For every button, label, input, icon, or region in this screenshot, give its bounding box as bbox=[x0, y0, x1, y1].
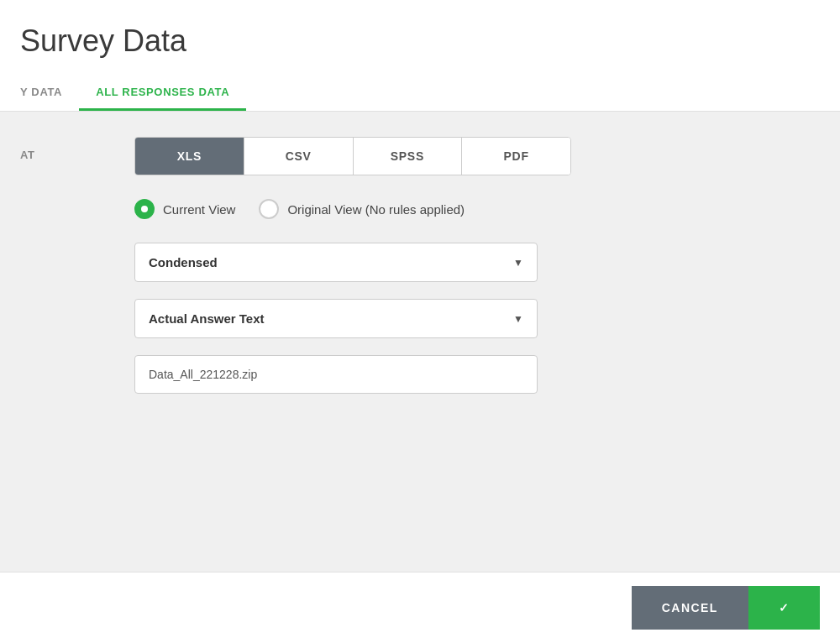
format-spss-button[interactable]: SPSS bbox=[354, 138, 463, 175]
confirm-button[interactable]: ✓ bbox=[748, 586, 820, 630]
radio-current-view-label: Current View bbox=[163, 202, 235, 217]
chevron-down-icon: ▼ bbox=[513, 257, 523, 269]
answer-type-dropdown[interactable]: Actual Answer Text ▼ bbox=[134, 299, 538, 338]
answer-type-value: Actual Answer Text bbox=[149, 311, 265, 326]
filename-input[interactable] bbox=[134, 355, 538, 394]
radio-current-view-circle bbox=[134, 199, 155, 219]
format-xls-button[interactable]: XLS bbox=[135, 138, 244, 175]
format-pdf-button[interactable]: PDF bbox=[462, 138, 570, 175]
radio-original-view[interactable]: Original View (No rules applied) bbox=[259, 199, 465, 219]
radio-row: Current View Original View (No rules app… bbox=[134, 199, 820, 219]
tab-survey-data[interactable]: Y DATA bbox=[20, 76, 79, 111]
radio-current-view[interactable]: Current View bbox=[134, 199, 235, 219]
radio-original-view-label: Original View (No rules applied) bbox=[287, 202, 465, 217]
cancel-button[interactable]: CANCEL bbox=[632, 586, 748, 630]
tabs-row: Y DATA ALL RESPONSES DATA bbox=[20, 76, 820, 111]
main-content: AT XLS CSV SPSS PDF Current View Origina… bbox=[0, 112, 840, 632]
page-container: Survey Data Y DATA ALL RESPONSES DATA AT… bbox=[0, 0, 840, 643]
format-buttons-group: XLS CSV SPSS PDF bbox=[134, 137, 571, 175]
format-type-value: Condensed bbox=[149, 255, 218, 269]
bottom-bar: CANCEL ✓ bbox=[0, 572, 840, 643]
page-title: Survey Data bbox=[20, 24, 820, 59]
format-csv-button[interactable]: CSV bbox=[244, 138, 354, 175]
sidebar-label: AT bbox=[20, 149, 35, 161]
radio-original-view-circle bbox=[259, 199, 279, 219]
format-type-dropdown[interactable]: Condensed ▼ bbox=[134, 243, 538, 282]
chevron-down-icon-2: ▼ bbox=[513, 313, 523, 325]
tab-all-responses[interactable]: ALL RESPONSES DATA bbox=[79, 76, 246, 111]
header-section: Survey Data Y DATA ALL RESPONSES DATA bbox=[0, 0, 840, 112]
